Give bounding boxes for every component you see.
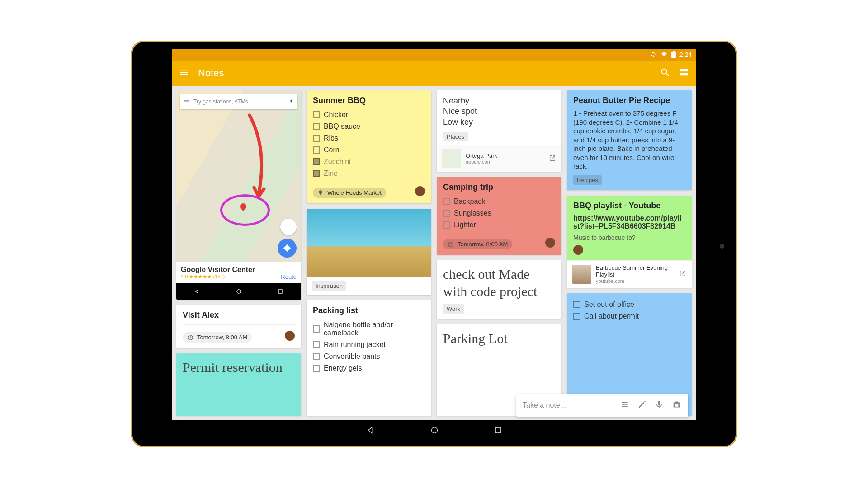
note-map-screenshot[interactable]: Try gas stations, ATMs: [176, 90, 301, 300]
checkbox[interactable]: [443, 210, 450, 217]
clock-text: 2:24: [679, 51, 692, 58]
checkbox[interactable]: [443, 198, 450, 205]
note-visit-alex[interactable]: Visit Alex Tomorrow, 8:00 AM: [176, 305, 301, 348]
reminder-chip[interactable]: Tomorrow, 8:00 AM: [183, 332, 252, 343]
battery-icon: [671, 51, 676, 59]
checkbox[interactable]: [313, 341, 320, 348]
checklist-label: Set out of office: [584, 300, 634, 309]
svg-line-3: [666, 74, 669, 76]
note-packing-list[interactable]: Packing list Nalgene bottle and/or camel…: [307, 300, 431, 416]
collaborator-avatar[interactable]: [545, 238, 555, 248]
link-thumb: [572, 265, 591, 284]
checkbox[interactable]: [313, 158, 320, 165]
note-inspiration-photo[interactable]: Inspiration: [307, 209, 431, 295]
checklist-item[interactable]: Zucchini: [313, 156, 425, 168]
system-nav-bar: [172, 420, 696, 442]
tag-chip[interactable]: Inspiration: [312, 281, 346, 291]
checkbox[interactable]: [313, 353, 320, 360]
app-bar: Notes: [172, 61, 696, 86]
checklist-item[interactable]: Sunglasses: [443, 207, 555, 219]
checkbox[interactable]: [573, 313, 580, 320]
checklist-item[interactable]: Lighter: [443, 219, 555, 231]
photo-image: [307, 209, 431, 277]
checklist-item[interactable]: Zinc: [313, 168, 425, 179]
back-icon[interactable]: [365, 425, 375, 437]
note-nearby[interactable]: NearbyNice spotLow key Places Ortega Par…: [437, 90, 561, 172]
note-subtext: Music to barbecue to?: [573, 234, 685, 241]
checklist-item[interactable]: Chicken: [313, 109, 425, 121]
clock-icon: [448, 241, 454, 248]
checkbox[interactable]: [313, 365, 320, 372]
list-icon[interactable]: [620, 400, 629, 411]
checklist-item[interactable]: Set out of office: [573, 299, 685, 310]
checklist-label: Ribs: [324, 134, 338, 142]
checklist-item[interactable]: Nalgene bottle and/or camelback: [313, 319, 425, 339]
svg-point-2: [662, 69, 667, 74]
note-bbq-playlist[interactable]: BBQ playlist - Youtube https://www.youtu…: [567, 196, 692, 288]
checklist-label: Call about permit: [584, 312, 639, 320]
note-body: 1 - Preheat oven to 375 degrees F (190 d…: [573, 109, 685, 171]
recents-icon[interactable]: [494, 426, 503, 436]
tag-chip[interactable]: Places: [443, 132, 468, 141]
note-recipe[interactable]: Peanut Butter Pie Recipe 1 - Preheat ove…: [567, 90, 692, 190]
my-location-button: [280, 219, 297, 235]
mic-icon[interactable]: [655, 400, 664, 411]
note-summer-bbq[interactable]: Summer BBQ ChickenBBQ sauceRibsCornZucch…: [307, 90, 431, 203]
view-toggle-icon[interactable]: [679, 67, 689, 79]
collaborator-avatar[interactable]: [285, 331, 295, 341]
tablet-frame: 2:24 Notes: [131, 41, 737, 447]
location-chip[interactable]: Whole Foods Market: [313, 188, 386, 198]
wifi-icon: [660, 51, 668, 59]
checklist-label: Energy gels: [324, 364, 362, 372]
checklist-item[interactable]: Backpack: [443, 196, 555, 207]
menu-icon[interactable]: [179, 67, 189, 79]
checkbox[interactable]: [313, 146, 320, 154]
checkbox[interactable]: [313, 170, 320, 177]
drawn-circle: [220, 194, 270, 226]
checklist-item[interactable]: Ribs: [313, 132, 425, 144]
checkbox[interactable]: [313, 111, 320, 118]
tag-chip[interactable]: Work: [443, 304, 464, 314]
camera-dot: [720, 244, 724, 249]
checkbox[interactable]: [573, 301, 580, 308]
open-link-icon[interactable]: [679, 270, 686, 278]
checklist-item[interactable]: BBQ sauce: [313, 121, 425, 132]
notes-grid[interactable]: Try gas stations, ATMs: [172, 86, 696, 420]
checkbox[interactable]: [313, 123, 320, 130]
checklist-item[interactable]: Rain running jacket: [313, 339, 425, 351]
reminder-text: Tomorrow, 8:00 AM: [458, 241, 508, 248]
open-link-icon[interactable]: [549, 155, 556, 163]
link-preview[interactable]: Barbecue Summer Evening Playlist youtube…: [567, 260, 692, 288]
status-bar: 2:24: [172, 49, 696, 61]
collaborator-avatar[interactable]: [415, 186, 425, 196]
compose-placeholder[interactable]: Take a note...: [523, 401, 612, 409]
checklist-label: Chicken: [324, 111, 350, 119]
checklist-item[interactable]: Corn: [313, 144, 425, 156]
search-icon[interactable]: [660, 67, 670, 79]
checklist-label: Nalgene bottle and/or camelback: [324, 321, 425, 337]
note-body: check out Made with code project: [443, 266, 555, 300]
directions-fab: [278, 239, 297, 258]
checkbox[interactable]: [443, 221, 450, 229]
home-icon[interactable]: [429, 425, 439, 437]
checklist-item[interactable]: Call about permit: [573, 310, 685, 322]
collaborator-avatar[interactable]: [573, 245, 583, 255]
draw-icon[interactable]: [637, 400, 646, 411]
note-made-with-code[interactable]: check out Made with code project Work: [437, 260, 561, 319]
reminder-chip[interactable]: Tomorrow, 8:00 AM: [443, 239, 512, 249]
note-line: Nice spot: [443, 106, 555, 117]
note-line: Nearby: [443, 96, 555, 106]
compose-bar[interactable]: Take a note...: [516, 394, 688, 417]
checkbox[interactable]: [313, 325, 320, 333]
checkbox[interactable]: [313, 135, 320, 142]
camera-icon[interactable]: [672, 399, 682, 411]
note-permit[interactable]: Permit reservation: [176, 353, 301, 416]
note-title: Camping trip: [443, 183, 555, 192]
checklist-label: Lighter: [454, 221, 476, 229]
checklist-item[interactable]: Energy gels: [313, 362, 425, 374]
link-preview[interactable]: Ortega Park google.com: [437, 145, 561, 172]
tag-chip[interactable]: Recipes: [573, 175, 602, 185]
note-title: BBQ playlist - Youtube: [573, 201, 685, 211]
checklist-item[interactable]: Convertible pants: [313, 351, 425, 362]
note-camping-trip[interactable]: Camping trip BackpackSunglassesLighter T…: [437, 177, 561, 255]
